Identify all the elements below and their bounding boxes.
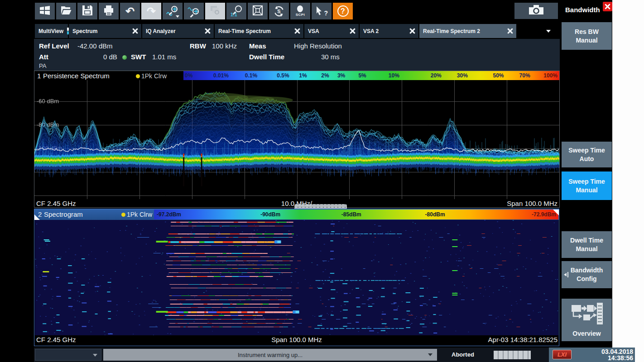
tab-label: Real-Time Spectrum	[218, 28, 271, 34]
rbw-value[interactable]: 100 kHz	[212, 42, 237, 50]
close-icon[interactable]	[349, 28, 355, 34]
help-icon: ?	[337, 5, 349, 17]
zoom-ratio-label: 1:1	[231, 12, 237, 17]
softkey-dwell-time-manual[interactable]: Dwell TimeManual	[562, 231, 612, 258]
redo-button[interactable]: ↷	[141, 3, 161, 19]
scpi-icon: SCPI	[296, 5, 305, 17]
time-value: 14:38:56	[608, 355, 633, 362]
close-menu-button[interactable]	[603, 2, 612, 11]
tab-label: VSA	[308, 28, 319, 34]
zoom-1to1-button[interactable]: 1:1	[226, 3, 246, 19]
help-button[interactable]: ?	[333, 3, 353, 19]
submenu-arrow-icon	[564, 272, 568, 277]
window1-cf: CF 2.45 GHz	[36, 200, 76, 207]
tab-label: Real-Time Spectrum 2	[423, 28, 480, 34]
window1-span: Span 100.0 MHz	[507, 200, 557, 207]
window-select-marker-left	[34, 214, 40, 220]
screenshot-button[interactable]	[514, 3, 558, 19]
dwell-time-value[interactable]: 30 ms	[321, 53, 340, 61]
zoom-trace-menu-caret[interactable]	[176, 15, 179, 18]
save-button[interactable]	[77, 3, 97, 19]
message-dropdown[interactable]: Instrument warming up...	[103, 349, 437, 361]
tab-spectrum[interactable]: Spectrum	[69, 24, 141, 38]
close-icon[interactable]	[409, 28, 415, 34]
multi-zoom-icon	[209, 5, 221, 18]
zoom-trace-button[interactable]	[163, 3, 183, 19]
status-bar: Instrument warming up... Aborted	[34, 348, 549, 362]
progress-bar	[494, 351, 531, 359]
zoom-area-icon	[187, 5, 200, 17]
multi-zoom-button[interactable]	[205, 3, 225, 19]
frame-edge	[612, 0, 644, 362]
persistence-display[interactable]	[34, 80, 559, 199]
windows-icon	[39, 5, 51, 18]
dwell-time-label: Dwell Time	[249, 53, 284, 61]
close-icon[interactable]	[507, 28, 513, 34]
ref-level-value[interactable]: -42.00 dBm	[77, 42, 113, 50]
sequencer-icon: S	[273, 5, 285, 17]
sequencer-button[interactable]: S	[269, 3, 289, 19]
window2-title: Spectrogram	[44, 210, 83, 218]
chevron-down-icon	[93, 354, 97, 357]
status-message: Instrument warming up...	[238, 352, 303, 358]
tab-multiview[interactable]: MultiView	[35, 24, 68, 38]
camera-icon	[528, 4, 544, 18]
sequencer-letter: S	[277, 8, 280, 14]
zoom-area-button[interactable]	[184, 3, 204, 19]
window-select-marker-right	[553, 210, 559, 215]
ref-level-label: Ref Level	[39, 42, 69, 50]
undo-button[interactable]: ↶	[120, 3, 140, 19]
tab-vsa-2[interactable]: VSA 2	[360, 24, 418, 38]
close-icon[interactable]	[204, 28, 210, 34]
softkey-bandwidth-config[interactable]: BandwidthConfig	[562, 261, 612, 288]
spectrogram-display[interactable]	[35, 220, 558, 335]
frame-icon	[252, 5, 264, 18]
instrument-screen: ↶ ↷ 1:1	[0, 0, 644, 362]
softkey-sweep-time-auto[interactable]: Sweep TimeAuto	[562, 142, 612, 167]
save-icon	[82, 5, 93, 18]
scpi-label: SCPI	[296, 13, 305, 17]
tab-label: VSA 2	[363, 28, 379, 34]
persistence-color-scale: 0% 0.01% 0.1% 0.5% 1% 2% 3% 5% 10% 20% 3…	[183, 71, 559, 80]
window1-title: Persistence Spectrum	[43, 72, 110, 80]
window2-span: Span 100.0 MHz	[271, 336, 322, 343]
window1-trace-legend[interactable]: 1Pk Clrw	[141, 72, 167, 80]
meas-value[interactable]: High Resolution	[294, 42, 342, 50]
close-icon[interactable]	[132, 28, 138, 34]
att-label: Att	[39, 53, 48, 61]
tab-real-time-spectrum[interactable]: Real-Time Spectrum	[215, 24, 303, 38]
lxi-logo: LXI	[553, 350, 572, 359]
status-dropdown[interactable]	[35, 349, 101, 361]
window2-cf: CF 2.45 GHz	[36, 336, 76, 343]
close-icon[interactable]	[294, 28, 300, 34]
window1-index: 1	[37, 72, 41, 80]
softkey-menu-title: Bandwidth	[565, 6, 600, 14]
tab-real-time-spectrum-2[interactable]: Real-Time Spectrum 2	[419, 24, 516, 38]
tab-label: MultiView	[38, 28, 63, 34]
context-help-button[interactable]: ?	[312, 3, 332, 19]
start-menu-button[interactable]	[35, 3, 55, 19]
swt-label: SWT	[131, 53, 146, 61]
display-frame-button[interactable]	[248, 3, 268, 19]
redo-icon: ↷	[147, 6, 156, 17]
help-cursor-icon: ?	[315, 5, 328, 17]
att-value[interactable]: 0 dB	[103, 53, 117, 61]
scpi-recorder-button[interactable]: SCPI	[290, 3, 310, 19]
tab-overflow-button[interactable]	[542, 26, 555, 36]
tab-iq-analyzer[interactable]: IQ Analyzer	[142, 24, 214, 38]
meas-label: Meas	[249, 42, 266, 50]
softkey-sweep-time-manual[interactable]: Sweep TimeManual	[562, 171, 612, 200]
softkey-res-bw-manual[interactable]: Res BWManual	[562, 22, 612, 50]
rbw-label: RBW	[190, 42, 206, 50]
status-led	[122, 55, 127, 60]
tab-label: IQ Analyzer	[146, 28, 176, 34]
softkey-overview[interactable]: Overview	[562, 299, 612, 341]
trace-color-dot	[121, 213, 125, 217]
trace-color-dot	[136, 74, 140, 78]
print-button[interactable]	[99, 3, 119, 19]
tab-vsa[interactable]: VSA	[304, 24, 359, 38]
window2-trace-legend[interactable]: 1Pk Clrw	[127, 211, 152, 218]
chevron-down-icon	[546, 30, 551, 33]
open-button[interactable]	[56, 3, 76, 19]
swt-value[interactable]: 1.01 ms	[152, 53, 176, 61]
